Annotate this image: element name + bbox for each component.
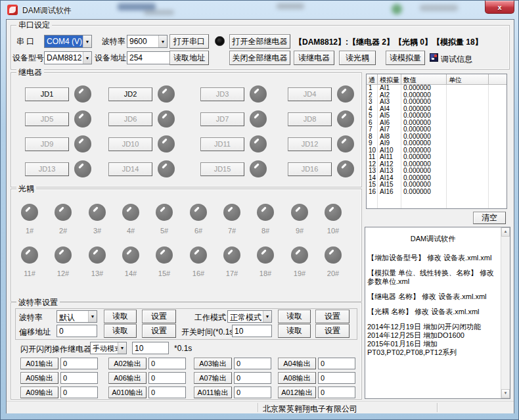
scroll-up-icon[interactable]: ▲ [501, 227, 510, 237]
table-cell: 0.000000 [401, 147, 447, 154]
baud-read-button[interactable]: 读取 [104, 310, 137, 323]
ao-output-input-11[interactable] [234, 386, 271, 398]
ao-output-button-6[interactable]: A06输出 [108, 372, 147, 384]
flash-time-input[interactable] [132, 342, 169, 354]
relay-knob-indicator [158, 85, 175, 103]
ao-output-input-7[interactable] [234, 372, 271, 384]
chevron-down-icon[interactable]: ▼ [83, 52, 91, 64]
client-area: 串口设定 串 口 COM4 (V) ▼ 波特率 9600 ▼ 打开串口 打开全部… [6, 19, 514, 413]
table-row[interactable]: 15AI150.000000 [367, 181, 507, 189]
ao-output-input-1[interactable] [60, 358, 98, 369]
read-analog-button[interactable]: 读模拟量 [386, 51, 425, 65]
table-row[interactable]: 6AI60.000000 [367, 120, 507, 127]
baud-select[interactable]: 9600 ▼ [127, 35, 168, 48]
read-addr-button[interactable]: 读取地址 [169, 51, 209, 65]
offset-set-button[interactable]: 设置 [142, 324, 176, 338]
ao-output-input-6[interactable] [148, 372, 186, 384]
close-all-relay-button[interactable]: 关闭全部继电器 [229, 51, 290, 65]
opto-knob-indicator [89, 204, 106, 221]
ao-output-button-11[interactable]: A011输出 [194, 386, 232, 398]
ao-output-button-3[interactable]: A03输出 [194, 358, 232, 369]
close-button[interactable]: x [485, 1, 514, 14]
chevron-down-icon[interactable]: ▼ [88, 311, 97, 322]
relay-cell: JD5 [25, 110, 91, 128]
table-row[interactable]: 2AI20.000000 [367, 92, 507, 99]
port-value: COM4 (V) [45, 35, 83, 47]
ao-output-button-2[interactable]: A02输出 [108, 358, 147, 369]
model-select[interactable]: DAM8812 ▼ [44, 51, 92, 64]
read-relay-button[interactable]: 读继电器 [294, 51, 334, 65]
table-row[interactable]: 7AI70.000000 [367, 126, 507, 133]
scroll-down-icon[interactable]: ▼ [501, 389, 510, 398]
chevron-down-icon[interactable]: ▼ [118, 342, 126, 354]
title-bar[interactable]: DAM调试软件 x [1, 1, 519, 19]
switch-time-input[interactable] [232, 325, 272, 337]
relay-button-jd2[interactable]: JD2 [108, 87, 152, 101]
table-row[interactable]: 8AI80.000000 [367, 133, 507, 141]
work-mode-set-button[interactable]: 设置 [315, 310, 350, 323]
ao-output-button-9[interactable]: A09输出 [20, 386, 58, 398]
table-cell [489, 147, 507, 154]
ao-output-button-5[interactable]: A05输出 [20, 372, 58, 384]
baud2-select[interactable]: 默认 ▼ [56, 310, 97, 323]
open-all-relay-button[interactable]: 打开全部继电器 [229, 34, 290, 49]
read-opto-button[interactable]: 读光耦 [339, 51, 376, 65]
ao-output-button-12[interactable]: A012输出 [278, 386, 316, 398]
table-row[interactable]: 12AI120.000000 [367, 161, 507, 168]
table-cell [367, 202, 378, 210]
ao-output-button-7[interactable]: A07输出 [194, 372, 232, 384]
analog-table[interactable]: 通 模拟量 数值 单位 1AI10.0000002AI20.0000003AI3… [366, 74, 507, 209]
table-row[interactable]: 10AI100.000000 [367, 147, 507, 154]
table-row[interactable]: 16AI160.000000 [367, 189, 507, 196]
table-row[interactable]: 1AI10.000000 [367, 85, 507, 92]
port-label: 串 口 [16, 36, 34, 47]
switch-time-set-button[interactable]: 设置 [315, 324, 350, 338]
table-cell [489, 126, 507, 133]
table-row[interactable]: 5AI50.000000 [367, 112, 507, 120]
ao-output-input-10[interactable] [148, 386, 186, 398]
opto-cell: 19# [282, 246, 317, 277]
port-select[interactable]: COM4 (V) ▼ [44, 35, 92, 48]
chevron-down-icon[interactable]: ▼ [263, 311, 271, 322]
work-mode-read-button[interactable]: 读取 [278, 310, 311, 323]
baud-value: 9600 [127, 35, 158, 47]
table-row[interactable]: 3AI30.000000 [367, 99, 507, 106]
table-row[interactable]: 14AI140.000000 [367, 175, 507, 182]
work-mode-select[interactable]: 正常模式 ▼ [227, 310, 272, 323]
debug-info-icon[interactable] [430, 53, 438, 62]
info-panel[interactable]: DAM调试软件 【增加设备型号】 修改 设备表.xml.xml【模拟量 单位、线… [365, 227, 510, 399]
ao-output-button-1[interactable]: A01输出 [20, 358, 58, 369]
ao-output-input-2[interactable] [148, 358, 186, 369]
table-row[interactable] [367, 202, 507, 210]
info-scrollbar[interactable]: ▲ ▼ [501, 227, 510, 398]
ao-output-button-8[interactable]: A08输出 [278, 372, 316, 384]
table-row[interactable]: 11AI110.000000 [367, 154, 507, 161]
flash-mode-select[interactable]: 手动模式 ▼ [90, 342, 127, 354]
clear-button[interactable]: 清空 [473, 212, 506, 224]
ao-output-input-9[interactable] [60, 386, 98, 398]
ao-output-input-4[interactable] [318, 358, 355, 369]
table-row[interactable]: 13AI130.000000 [367, 168, 507, 175]
chevron-down-icon[interactable]: ▼ [83, 35, 91, 47]
offset-read-button[interactable]: 读取 [104, 324, 137, 338]
chevron-down-icon[interactable]: ▼ [158, 35, 167, 47]
table-cell [378, 195, 401, 202]
baud-set-button[interactable]: 设置 [142, 310, 176, 323]
ao-output-input-3[interactable] [234, 358, 271, 369]
table-cell: 0.000000 [401, 106, 447, 113]
ao-output-input-5[interactable] [60, 372, 98, 384]
offset-input[interactable] [56, 325, 97, 337]
ao-output-input-12[interactable] [318, 386, 355, 398]
table-row[interactable]: 4AI40.000000 [367, 106, 507, 113]
ao-output-button-4[interactable]: A04输出 [278, 358, 316, 369]
opto-knob-indicator [55, 204, 72, 221]
ao-output-button-10[interactable]: A010输出 [108, 386, 147, 398]
table-row[interactable]: 9AI90.000000 [367, 140, 507, 147]
switch-time-read-button[interactable]: 读取 [278, 324, 311, 338]
opto-channel-label: 11# [24, 269, 35, 277]
table-row[interactable] [367, 195, 507, 202]
relay-knob-indicator [74, 85, 91, 103]
relay-button-jd1[interactable]: JD1 [25, 87, 69, 101]
open-port-button[interactable]: 打开串口 [169, 34, 209, 49]
ao-output-input-8[interactable] [318, 372, 355, 384]
